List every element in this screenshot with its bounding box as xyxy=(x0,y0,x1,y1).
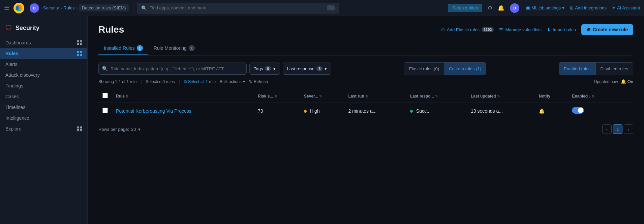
rows-per-page-label: Rows per page: xyxy=(98,127,129,132)
page-header: Rules ⊕ Add Elastic rules 1192 ☰ Manage … xyxy=(98,24,633,35)
rules-search-input[interactable] xyxy=(111,66,243,71)
rules-label: Rules xyxy=(5,51,18,56)
breadcrumb-security[interactable]: Security xyxy=(43,5,59,10)
bell-on-icon: 🔔 xyxy=(621,79,626,84)
elastic-rules-filter-button[interactable]: Elastic rules (0) xyxy=(404,63,444,75)
user-avatar[interactable]: D xyxy=(30,3,39,13)
col-last-updated[interactable]: Last updated xyxy=(467,89,535,103)
plus-icon: ⊕ xyxy=(441,27,445,32)
breadcrumb: Security › Rules › Detection rules (SIEM… xyxy=(43,4,129,11)
dashboards-label: Dashboards xyxy=(5,40,31,45)
sidebar-item-dashboards[interactable]: Dashboards xyxy=(0,37,87,48)
sidebar-item-timelines[interactable]: Timelines xyxy=(0,102,87,113)
notifications-icon[interactable]: 🔔 xyxy=(498,5,504,11)
enabled-disabled-filter-group: Enabled rules Disabled rules xyxy=(559,62,633,75)
rows-per-page-chevron-icon: ▾ xyxy=(138,127,141,132)
settings-icon[interactable]: ⚙ xyxy=(488,5,492,11)
last-response-dot xyxy=(410,110,413,113)
sidebar-item-attack-discovery[interactable]: Attack discovery xyxy=(0,70,87,80)
list-icon: ☰ xyxy=(499,27,503,32)
select-all-link[interactable]: ⧉ Select all 1 rule xyxy=(184,79,216,84)
ai-assistant-link[interactable]: ✦ AI Assistant xyxy=(612,5,640,10)
row-checkbox[interactable] xyxy=(102,108,108,113)
col-last-run[interactable]: Last run xyxy=(344,89,406,103)
tags-label: Tags xyxy=(254,66,263,71)
breadcrumb-rules[interactable]: Rules xyxy=(63,5,74,10)
enabled-cell[interactable] xyxy=(568,103,620,119)
create-new-rule-button[interactable]: ⊕ Create new rule xyxy=(581,24,633,35)
add-elastic-rules-link[interactable]: ⊕ Add Elastic rules 1192 xyxy=(441,27,494,32)
rule-name-link[interactable]: Potential Kerberoasting Via Process xyxy=(116,108,191,114)
sidebar-title: Security xyxy=(16,25,39,32)
import-rules-link[interactable]: ⬇ Import rules xyxy=(547,27,576,32)
integrations-icon: ⊞ xyxy=(570,5,574,10)
enabled-toggle[interactable] xyxy=(572,107,584,114)
tags-count-badge: 0 xyxy=(265,66,271,71)
add-integrations-link[interactable]: ⊞ Add integrations xyxy=(570,5,607,10)
custom-rules-filter-button[interactable]: Custom rules (1) xyxy=(444,63,486,75)
rules-search[interactable]: 🔍 xyxy=(98,63,247,75)
col-last-response[interactable]: Last respo... xyxy=(406,89,467,103)
col-notify: Notify xyxy=(535,89,568,103)
on-indicator[interactable]: 🔔 On xyxy=(621,79,633,84)
sidebar-item-explore[interactable]: Explore xyxy=(0,123,87,134)
col-rule[interactable]: Rule xyxy=(112,89,254,103)
setup-guides-button[interactable]: Setup guides xyxy=(448,4,482,12)
page-1-button[interactable]: 1 xyxy=(613,124,622,134)
sidebar-item-findings[interactable]: Findings xyxy=(0,80,87,91)
manage-value-lists-link[interactable]: ☰ Manage value lists xyxy=(499,27,542,32)
sidebar-item-rules[interactable]: Rules xyxy=(0,48,87,59)
tab-installed-rules[interactable]: Installed Rules 1 xyxy=(98,42,148,55)
notify-cell[interactable]: 🔔 xyxy=(535,103,568,119)
rule-monitoring-badge: 1 xyxy=(189,45,195,51)
rows-per-page-selector[interactable]: Rows per page: 20 ▾ xyxy=(98,127,141,132)
dashboards-grid-icon xyxy=(77,40,82,45)
disabled-rules-filter-button[interactable]: Disabled rules xyxy=(596,63,633,75)
global-search[interactable]: 🔍 ⌘/ xyxy=(137,3,339,13)
search-icon: 🔍 xyxy=(141,5,147,11)
main-content: Rules ⊕ Add Elastic rules 1192 ☰ Manage … xyxy=(88,16,644,224)
copy-icon: ⧉ xyxy=(184,79,187,84)
ml-icon: ▣ xyxy=(526,5,530,10)
user-profile-avatar[interactable]: D xyxy=(510,3,519,13)
menu-toggle[interactable]: ☰ xyxy=(4,4,9,12)
next-page-button[interactable]: › xyxy=(624,124,633,134)
prev-page-button[interactable]: ‹ xyxy=(602,124,612,134)
table-row: Potential Kerberoasting Via Process 73 H… xyxy=(98,103,633,119)
row-more-button[interactable]: ··· xyxy=(624,108,628,114)
installed-rules-badge: 1 xyxy=(137,45,143,51)
sidebar-item-cases[interactable]: Cases xyxy=(0,91,87,102)
breadcrumb-sep-1: › xyxy=(60,5,62,11)
page-title: Rules xyxy=(98,24,124,35)
ml-job-settings-link[interactable]: ▣ ML job settings ▾ xyxy=(526,5,564,10)
tab-rule-monitoring[interactable]: Rule Monitoring 1 xyxy=(148,42,200,55)
global-search-input[interactable] xyxy=(150,5,325,10)
refresh-button[interactable]: ↻ Refresh xyxy=(249,79,268,84)
pagination-nav: ‹ 1 › xyxy=(602,124,633,134)
last-updated-cell: 13 seconds a... xyxy=(467,103,535,119)
sidebar-item-intelligence[interactable]: Intelligence xyxy=(0,113,87,123)
explore-label: Explore xyxy=(5,126,21,132)
svg-point-0 xyxy=(13,3,24,13)
create-icon: ⊕ xyxy=(587,27,591,32)
tags-filter-button[interactable]: Tags 0 ▾ xyxy=(249,63,280,75)
col-risk-score[interactable]: Risk s... xyxy=(254,89,300,103)
topnav-right: Setup guides ⚙ 🔔 D ▣ ML job settings ▾ ⊞… xyxy=(448,3,640,13)
col-severity[interactable]: Sever... xyxy=(300,89,344,103)
select-all-checkbox[interactable] xyxy=(102,93,108,98)
header-actions: ⊕ Add Elastic rules 1192 ☰ Manage value … xyxy=(441,24,633,35)
breadcrumb-detection-rules[interactable]: Detection rules (SIEM) xyxy=(79,4,129,11)
rules-search-icon: 🔍 xyxy=(102,66,108,71)
elastic-rules-count-badge: 1192 xyxy=(482,27,494,32)
sidebar-item-alerts[interactable]: Alerts xyxy=(0,59,87,70)
notify-bell-icon[interactable]: 🔔 xyxy=(539,108,545,114)
bulk-actions-button[interactable]: Bulk actions ▾ xyxy=(220,79,245,84)
last-response-count-badge: 3 xyxy=(316,66,323,71)
top-navigation: ☰ D Security › Rules › Detection rules (… xyxy=(0,0,644,16)
showing-count: Showing 1-1 of 1 rule xyxy=(98,79,136,84)
svg-point-4 xyxy=(19,6,22,10)
explore-grid-icon xyxy=(77,126,82,131)
enabled-rules-filter-button[interactable]: Enabled rules xyxy=(559,63,596,75)
last-response-filter-button[interactable]: Last response 3 ▾ xyxy=(283,63,332,75)
col-enabled[interactable]: Enabled ↓ xyxy=(568,89,620,103)
